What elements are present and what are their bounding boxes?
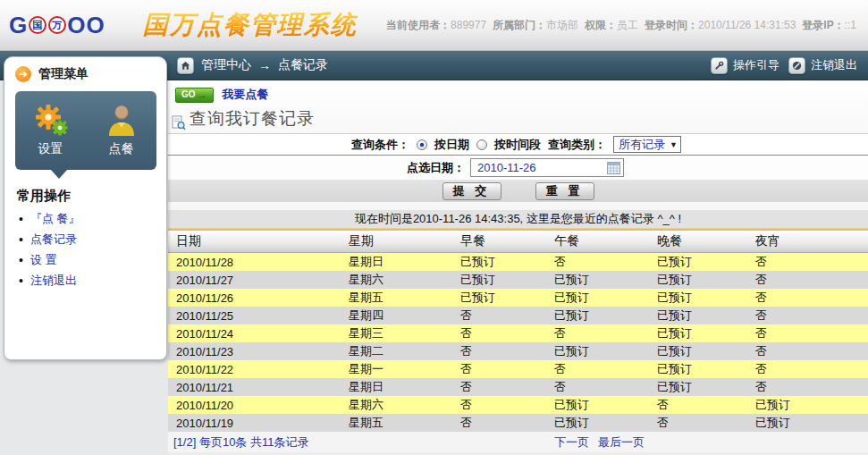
date-input[interactable]: 2010-11-26	[470, 158, 624, 177]
calendar-icon[interactable]	[607, 162, 620, 174]
date-pick-row: 点选日期： 2010-11-26	[168, 156, 868, 180]
table-cell: 否	[452, 397, 546, 413]
date-label: 点选日期：	[407, 160, 465, 176]
search-doc-icon	[172, 115, 186, 131]
table-cell: 已预订	[649, 290, 747, 306]
table-cell: 星期四	[341, 308, 452, 324]
tile-order-label[interactable]: 点餐	[109, 141, 134, 157]
table-row: 2010/11/23星期二否已预订已预订否	[168, 342, 868, 360]
sidebar-link[interactable]: 设 置	[30, 252, 57, 268]
sidebar-link[interactable]: 『点 餐』	[30, 211, 80, 227]
table-cell: 已预订	[546, 290, 649, 306]
tile-order[interactable]: 点餐	[86, 91, 156, 170]
table-cell: 否	[452, 415, 546, 431]
table-cell: 否	[747, 308, 868, 324]
sidebar-title: 管理菜单	[38, 66, 88, 82]
user-info-value: 市场部	[546, 19, 578, 31]
radio-by-range-label[interactable]: 按时间段	[494, 137, 541, 153]
table-row: 2010/11/24星期三否否已预订否	[168, 324, 868, 342]
category-value: 所有记录	[619, 137, 665, 153]
tile-box-tail	[51, 170, 67, 179]
user-info-value: 员工	[617, 19, 638, 31]
radio-by-range[interactable]	[476, 139, 487, 150]
guide-label[interactable]: 操作引导	[733, 57, 780, 73]
table-cell: 2010/11/22	[168, 363, 341, 376]
tile-settings-label[interactable]: 设置	[38, 141, 63, 157]
radio-by-date-label[interactable]: 按日期	[434, 137, 469, 153]
bullet-icon: •	[19, 274, 23, 288]
go-label: GO	[181, 89, 196, 99]
breadcrumb-arrow-icon: →	[258, 58, 271, 72]
table-cell: 已预订	[649, 254, 747, 270]
table-cell: 2010/11/27	[168, 274, 341, 287]
table-cell: 否	[649, 415, 747, 431]
table-cell: 已预订	[452, 272, 546, 288]
sidebar-links: •『点 餐』•点餐记录•设 置•注销退出	[19, 208, 166, 291]
user-session-info: 当前使用者：889977所属部门：市场部权限：员工登录时间：2010/11/26…	[386, 18, 868, 33]
breadcrumb-root[interactable]: 管理中心	[201, 57, 251, 73]
table-cell: 2010/11/23	[168, 345, 341, 358]
table-row: 2010/11/28星期日已预订否已预订否	[168, 253, 868, 271]
table-cell: 星期日	[341, 254, 452, 270]
wrench-icon[interactable]	[711, 57, 728, 74]
logo-suffix: OO	[67, 12, 105, 39]
logo-prefix: G	[9, 12, 28, 39]
table-cell: 否	[546, 254, 649, 270]
table-cell: 否	[452, 379, 546, 395]
next-page-link[interactable]: 下一页	[554, 434, 589, 451]
list-item: •点餐记录	[19, 229, 166, 249]
sidebar-tile-box: 设置 点餐	[15, 91, 156, 170]
col-header-lunch: 午餐	[546, 233, 649, 249]
list-item: •设 置	[19, 249, 166, 270]
list-item: •注销退出	[19, 270, 166, 291]
date-value: 2010-11-26	[477, 161, 536, 174]
table-cell: 否	[747, 254, 868, 270]
home-button[interactable]	[177, 57, 194, 74]
guide-action[interactable]: 操作引导	[711, 57, 780, 74]
table-cell: 已预订	[649, 379, 747, 395]
logout-icon[interactable]	[788, 57, 805, 74]
last-page-link[interactable]: 最后一页	[598, 434, 645, 451]
user-info-label: 所属部门：	[493, 19, 546, 31]
category-label: 查询类别：	[548, 137, 606, 153]
tile-settings[interactable]: 设置	[15, 91, 86, 170]
table-row: 2010/11/19星期五否已预订否已预订	[168, 414, 868, 432]
user-info-label: 当前使用者：	[386, 19, 451, 31]
sidebar-link[interactable]: 注销退出	[30, 273, 77, 289]
user-info-label: 权限：	[585, 19, 617, 31]
table-row: 2010/11/26星期五已预订已预订已预订否	[168, 289, 868, 307]
go-button[interactable]: GO →	[175, 88, 214, 103]
sidebar-link[interactable]: 点餐记录	[30, 232, 77, 248]
table-cell: 已预订	[747, 397, 868, 413]
table-cell: 已预订	[546, 397, 649, 413]
table-cell: 已预订	[546, 415, 649, 431]
table-cell: 星期二	[341, 343, 452, 359]
reset-button[interactable]: 重 置	[535, 182, 594, 200]
table-cell: 否	[546, 325, 649, 341]
bullet-icon: •	[19, 253, 23, 267]
table-cell: 已预订	[649, 343, 747, 359]
category-select[interactable]: 所有记录 ▼	[613, 136, 681, 153]
app-title: 国万点餐管理系统	[143, 8, 358, 42]
submit-button[interactable]: 提 交	[442, 182, 501, 200]
radio-by-date[interactable]	[417, 139, 427, 150]
table-cell: 已预订	[649, 272, 747, 288]
col-header-dinner: 晚餐	[649, 233, 747, 249]
order-now-link[interactable]: 我要点餐	[223, 87, 269, 103]
logout-action[interactable]: 注销退出	[788, 57, 857, 74]
person-icon	[104, 104, 139, 138]
logout-label[interactable]: 注销退出	[811, 57, 857, 73]
table-row: 2010/11/20星期六否已预订否已预订	[168, 396, 868, 414]
form-buttons-row: 提 交 重 置	[168, 180, 868, 202]
condition-label: 查询条件：	[351, 137, 409, 153]
table-cell: 已预订	[747, 415, 868, 431]
user-info-value: 2010/11/26 14:31:53	[698, 19, 796, 31]
table-cell: 否	[747, 272, 868, 288]
bullet-icon: •	[19, 212, 23, 226]
go-arrow-icon: →	[198, 89, 207, 100]
logo-circle-1: 国	[29, 16, 46, 34]
section-title: 查询我订餐记录	[190, 107, 315, 131]
chevron-down-icon: ▼	[670, 140, 678, 149]
pagination-info: [1/2] 每页10条 共11条记录	[168, 434, 308, 451]
gears-icon	[32, 104, 70, 138]
